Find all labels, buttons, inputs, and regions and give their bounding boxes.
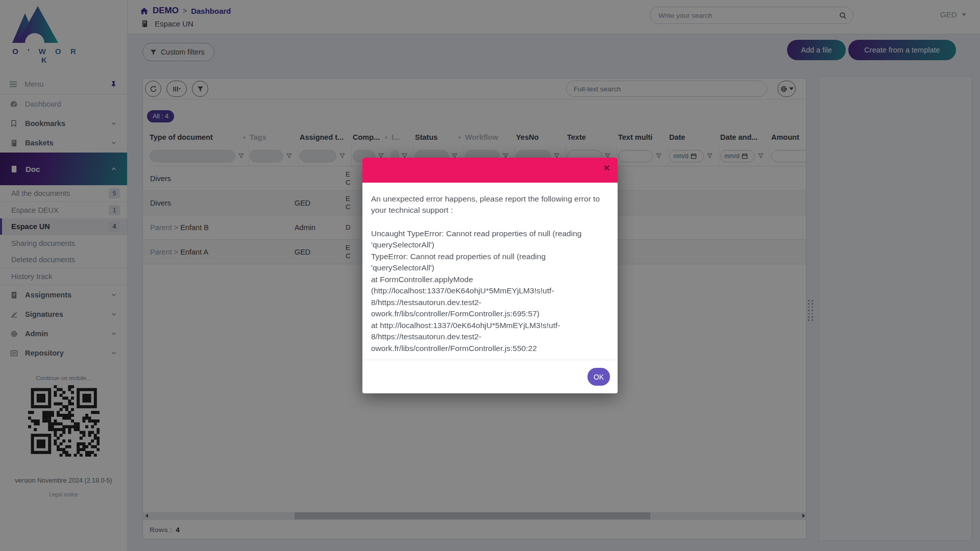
error-line: TypeError: Cannot read properties of nul…	[371, 251, 609, 274]
error-stacktrace: Uncaught TypeError: Cannot read properti…	[371, 228, 609, 354]
error-line: at http://localhost:1337/0eK64ohjU*5MmEY…	[371, 320, 609, 354]
error-intro: An unexpected error happens, please repo…	[371, 193, 609, 216]
error-line: Uncaught TypeError: Cannot read properti…	[371, 228, 609, 251]
ok-button[interactable]: OK	[587, 368, 610, 386]
error-modal-header: ×	[362, 158, 618, 183]
close-icon[interactable]: ×	[604, 162, 610, 173]
error-modal-body: An unexpected error happens, please repo…	[362, 183, 618, 360]
error-line: at FormController.applyMode (http://loca…	[371, 274, 609, 320]
error-modal-footer: OK	[362, 360, 618, 393]
error-modal: × An unexpected error happens, please re…	[362, 158, 618, 393]
